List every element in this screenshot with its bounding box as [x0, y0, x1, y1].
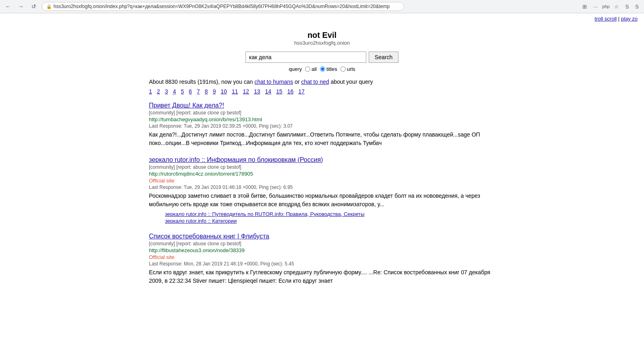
pagination-page-10[interactable]: 10: [221, 88, 227, 95]
result-ping-2: Last Response: Mon, 28 Jan 2019 21:46:19…: [149, 261, 495, 267]
star-button[interactable]: ☆: [612, 2, 621, 11]
query-label: query: [289, 66, 302, 72]
titles-option[interactable]: titles: [320, 66, 337, 72]
pagination-page-13[interactable]: 13: [254, 88, 260, 95]
result-title-0[interactable]: Привет Двощ! Как дела?!: [149, 102, 495, 109]
separator: |: [618, 16, 621, 22]
pagination-page-12[interactable]: 12: [243, 88, 249, 95]
search-options: query all titles urls: [149, 66, 495, 72]
pagination-page-9[interactable]: 9: [213, 88, 216, 95]
all-label: all: [312, 66, 317, 72]
address-text: hss3uro2hsxfogfq.onion/index.php?q=как+д…: [54, 4, 390, 9]
pagination: 1 2 3 4 5 6 7 8 9 10 11 12 13 14 15 16 1…: [149, 88, 495, 95]
result-meta-0: [community] [report: abuse clone cp best…: [149, 110, 495, 116]
result-ping-1: Last Response: Tue, 29 Jan 2019 01:46:18…: [149, 184, 495, 190]
pagination-page-7[interactable]: 7: [197, 88, 200, 95]
pagination-page-2[interactable]: 2: [157, 88, 160, 95]
urls-label: urls: [347, 66, 355, 72]
lock-icon: 🔒: [46, 4, 52, 9]
result-snippet-2: Если кто вдруг знает, как прикрутить к Г…: [149, 268, 495, 285]
result-title-2[interactable]: Список востребованных книг | Флибуста: [149, 233, 495, 240]
profile-button[interactable]: S: [623, 2, 631, 11]
result-ping-0: Last Response: Tue, 29 Jan 2019 02:39:25…: [149, 123, 495, 129]
pagination-page-5[interactable]: 5: [181, 88, 184, 95]
site-title: not Evil: [149, 31, 495, 40]
pagination-page-14[interactable]: 14: [265, 88, 271, 95]
results-summary: About 8830 results (191ms), now you can …: [149, 79, 495, 85]
pagination-page-15[interactable]: 15: [276, 88, 283, 95]
all-option[interactable]: all: [305, 66, 317, 72]
result-url-1[interactable]: http://rutorc6mqdinc4cz.onion/torrent/17…: [149, 171, 495, 177]
pagination-page-8[interactable]: 8: [205, 88, 208, 95]
urls-radio[interactable]: [341, 66, 346, 72]
results-or-text: or: [295, 79, 299, 85]
result-official-2: Official site: [149, 254, 495, 260]
pagination-page-1[interactable]: 1: [149, 88, 152, 95]
browser-right-controls: ⊞ ··· php ☆ S S: [580, 2, 641, 11]
results-text: About 8830 results (191ms), now you can: [149, 79, 253, 85]
back-button[interactable]: ←: [3, 2, 13, 11]
php-label: php: [602, 4, 609, 9]
titles-label: titles: [326, 66, 337, 72]
address-bar[interactable]: 🔒 hss3uro2hsxfogfq.onion/index.php?q=как…: [42, 2, 404, 11]
result-item-0: Привет Двощ! Как дела?![community] [repo…: [149, 102, 495, 147]
page-content: not Evil hss3uro2hsxfogfq.onion Search q…: [141, 23, 503, 298]
result-item-2: Список востребованных книг | Флибуста[co…: [149, 233, 495, 285]
pagination-page-6[interactable]: 6: [189, 88, 192, 95]
browser-nav-bar: ← → ↺ 🔒 hss3uro2hsxfogfq.onion/index.php…: [0, 0, 644, 13]
top-right-links: troll scroll | play zo: [0, 13, 644, 23]
pagination-page-16[interactable]: 16: [287, 88, 294, 95]
chat-ned-link[interactable]: chat to ned: [301, 79, 329, 85]
pagination-page-3[interactable]: 3: [165, 88, 168, 95]
result-title-1[interactable]: зеркало rutor.info :: Информация по блок…: [149, 156, 495, 164]
menu-button[interactable]: ···: [591, 2, 600, 11]
result-meta-2: [community] [report: abuse clone cp best…: [149, 241, 495, 246]
chat-humans-link[interactable]: chat to humans: [254, 79, 293, 85]
forward-button[interactable]: →: [16, 2, 26, 11]
result-official-1: Official site: [149, 178, 495, 184]
result-snippet-1: Роскомнадзор заметно сливает в этой битв…: [149, 192, 495, 209]
sub-results-1: зеркало rutor.info :: Путеводитель по RU…: [165, 211, 495, 224]
result-snippet-0: Как дела?!...Достигнут лимит постов...До…: [149, 130, 495, 147]
all-radio[interactable]: [305, 66, 310, 72]
result-item-1: зеркало rutor.info :: Информация по блок…: [149, 156, 495, 224]
play-zo-link[interactable]: play zo: [621, 16, 638, 22]
pagination-page-17[interactable]: 17: [298, 88, 305, 95]
pagination-page-4[interactable]: 4: [173, 88, 176, 95]
sub-result-link-1-1[interactable]: зеркало rutor.info :: Категории: [165, 218, 495, 224]
reload-button[interactable]: ↺: [29, 2, 39, 11]
search-form: Search: [149, 52, 495, 63]
site-url: hss3uro2hsxfogfq.onion: [149, 40, 495, 46]
titles-radio[interactable]: [320, 66, 325, 72]
result-meta-1: [community] [report: abuse clone cp best…: [149, 164, 495, 170]
result-url-2[interactable]: http://flibustahezeous3.onion/node/38339: [149, 247, 495, 253]
result-url-0[interactable]: http://tumbachegvyaadyq.onion/b/res/1391…: [149, 116, 495, 122]
pagination-page-11[interactable]: 11: [232, 88, 238, 95]
results-about: about your query: [330, 79, 373, 85]
search-button[interactable]: Search: [369, 52, 398, 63]
search-input[interactable]: [246, 52, 366, 63]
results-container: Привет Двощ! Как дела?![community] [repo…: [149, 102, 495, 285]
troll-scroll-link[interactable]: troll scroll: [594, 16, 617, 22]
urls-option[interactable]: urls: [341, 66, 355, 72]
browser-chrome: ← → ↺ 🔒 hss3uro2hsxfogfq.onion/index.php…: [0, 0, 644, 13]
sub-result-link-1-0[interactable]: зеркало rutor.info :: Путеводитель по RU…: [165, 211, 495, 217]
extensions-button[interactable]: ⊞: [580, 2, 589, 11]
another-profile-button[interactable]: S: [633, 2, 641, 11]
